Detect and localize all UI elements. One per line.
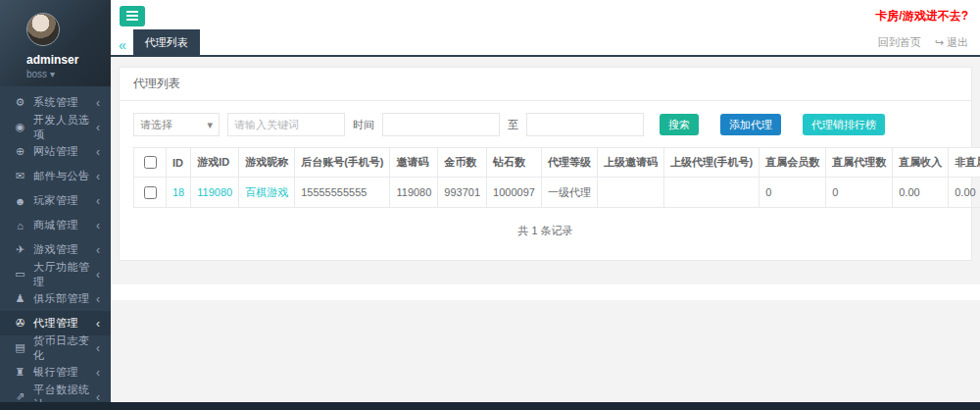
header-indirect-income: 非直属收入: [949, 148, 980, 178]
logout-link[interactable]: ↪ 退出: [935, 35, 968, 50]
select-all-checkbox[interactable]: [144, 156, 157, 169]
paper-plane-icon: ✈: [13, 243, 27, 256]
filter-select-value: 请选择: [140, 118, 172, 132]
search-button[interactable]: 搜索: [660, 114, 699, 135]
cell-direct-income: 0.00: [893, 178, 949, 208]
empty-footer-panel: [111, 284, 980, 300]
chevron-down-icon: ▾: [50, 69, 55, 79]
sidebar-item-label: 邮件与公告: [33, 169, 96, 183]
chevron-left-icon: ‹: [96, 268, 100, 282]
table-header-row: ID 游戏ID 游戏昵称 后台账号(手机号) 邀请码 金币数 钻石数 代理等级 …: [134, 148, 980, 178]
menu-toggle-button[interactable]: [120, 6, 145, 26]
add-agent-button[interactable]: 添加代理: [720, 114, 781, 135]
agent-rank-button[interactable]: 代理销排行榜: [803, 114, 885, 135]
cell-gold: 993701: [438, 178, 487, 208]
cell-diamond: 1000097: [487, 178, 542, 208]
sidebar-item-club[interactable]: ♟ 俱乐部管理 ‹: [0, 286, 111, 311]
header-direct-agents: 直属代理数: [826, 148, 893, 178]
eye-icon: ◉: [13, 121, 27, 133]
sidebar-item-agent[interactable]: ✇ 代理管理 ‹: [0, 311, 111, 335]
time-to-input[interactable]: [526, 113, 644, 136]
header-invite-code: 邀请码: [390, 148, 438, 178]
filter-select[interactable]: 请选择 ▾: [133, 113, 220, 136]
sidebar-item-mail-announcements[interactable]: ✉ 邮件与公告 ‹: [0, 164, 111, 188]
avatar[interactable]: [26, 13, 60, 46]
sidebar-item-games[interactable]: ✈ 游戏管理 ‹: [0, 237, 111, 262]
topbar-alert-link[interactable]: 卡房/游戏进不去?: [875, 8, 968, 25]
chevron-left-icon: ‹: [96, 366, 100, 380]
sidebar-item-players[interactable]: ☻ 玩家管理 ‹: [0, 188, 111, 213]
header-parent-agent: 上级代理(手机号): [663, 148, 759, 178]
sidebar-item-label: 系统管理: [33, 95, 96, 110]
topbar: 卡房/游戏进不去?: [111, 0, 980, 31]
sidebar-item-dev-options[interactable]: ◉ 开发人员选项 ‹: [0, 115, 111, 139]
tabbar: « 代理列表 回到首页 ↪ 退出: [111, 31, 980, 57]
page-bottom-bar: [0, 402, 980, 410]
sidebar-item-label: 玩家管理: [33, 193, 96, 208]
cell-invite-code: 119080: [390, 178, 438, 208]
chevron-left-icon: ‹: [96, 292, 100, 306]
sidebar-item-label: 代理管理: [33, 316, 96, 331]
sidebar-item-currency-log[interactable]: ▤ 货币日志变化 ‹: [0, 335, 111, 360]
chevron-left-icon: ‹: [96, 243, 100, 257]
header-gold: 金币数: [438, 148, 487, 178]
bank-icon: ♜: [13, 366, 27, 379]
page-area: 代理列表 请选择 ▾ 时间 至 搜索 添加代理 代理: [111, 57, 980, 410]
sidebar-item-label: 网站管理: [33, 144, 96, 159]
chevron-left-icon: ‹: [96, 194, 100, 208]
user-icon: ☻: [13, 195, 27, 207]
header-id: ID: [167, 148, 191, 178]
user-role-dropdown[interactable]: boss ▾: [26, 69, 111, 79]
home-link[interactable]: 回到首页: [878, 35, 921, 50]
header-direct-income: 直属收入: [893, 148, 949, 178]
tab-agent-list[interactable]: 代理列表: [133, 29, 200, 55]
user-name: adminser: [26, 53, 111, 67]
cell-indirect-income: 0.00: [949, 178, 980, 208]
tabs-collapse-icon[interactable]: «: [119, 38, 126, 52]
time-from-input[interactable]: [382, 113, 500, 136]
row-checkbox[interactable]: [144, 186, 157, 199]
chevron-left-icon: ‹: [96, 317, 100, 331]
cell-id: 18: [167, 178, 191, 208]
cell-parent-invite: [597, 178, 663, 208]
sidebar-item-mall[interactable]: ⌂ 商城管理 ‹: [0, 213, 111, 237]
header-account: 后台账号(手机号): [295, 148, 390, 178]
sidebar-item-label: 货币日志变化: [33, 333, 96, 363]
cell-direct-agents: 0: [826, 178, 893, 208]
sidebar-item-lobby-functions[interactable]: ▭ 大厅功能管理 ‹: [0, 262, 111, 286]
app-root: adminser boss ▾ ⚙ 系统管理 ‹ ◉ 开发人员选项 ‹ ⊕ 网站…: [0, 0, 980, 410]
chevron-left-icon: ‹: [96, 121, 100, 134]
sidebar-item-label: 游戏管理: [33, 242, 96, 257]
user-profile: adminser boss ▾: [0, 0, 111, 86]
keyword-input[interactable]: [227, 113, 345, 136]
lock-icon: ✇: [13, 317, 27, 330]
desktop-icon: ▭: [13, 268, 27, 281]
header-parent-invite: 上级邀请码: [597, 148, 663, 178]
sidebar-menu: ⚙ 系统管理 ‹ ◉ 开发人员选项 ‹ ⊕ 网站管理 ‹ ✉ 邮件与公告 ‹ ☻: [0, 86, 111, 409]
logout-label: 退出: [947, 36, 968, 48]
sidebar-item-bank[interactable]: ♜ 银行管理 ‹: [0, 360, 111, 384]
chevron-left-icon: ‹: [96, 219, 100, 232]
cell-account: 15555555555: [295, 178, 390, 208]
sidebar-item-website[interactable]: ⊕ 网站管理 ‹: [0, 139, 111, 164]
to-label: 至: [508, 118, 518, 132]
sidebar: adminser boss ▾ ⚙ 系统管理 ‹ ◉ 开发人员选项 ‹ ⊕ 网站…: [0, 0, 111, 410]
header-agent-level: 代理等级: [541, 148, 597, 178]
cell-direct-members: 0: [760, 178, 826, 208]
chevron-left-icon: ‹: [96, 96, 100, 110]
header-game-id: 游戏ID: [191, 148, 239, 178]
chevron-left-icon: ‹: [96, 341, 100, 355]
cell-agent-level: 一级代理: [541, 178, 597, 208]
agent-list-panel: 代理列表 请选择 ▾ 时间 至 搜索 添加代理 代理: [119, 67, 972, 261]
bell-icon: ✉: [13, 170, 27, 182]
shopping-cart-icon: ⌂: [13, 220, 27, 231]
chevron-left-icon: ‹: [96, 145, 100, 159]
table-row: 18 119080 百棋游戏 15555555555 119080 993701…: [134, 178, 980, 208]
cell-game-nickname: 百棋游戏: [239, 178, 295, 208]
sidebar-item-system[interactable]: ⚙ 系统管理 ‹: [0, 90, 111, 115]
record-count: 共 1 条记录: [133, 208, 957, 260]
sidebar-item-label: 商城管理: [33, 218, 96, 232]
cogs-icon: ⚙: [13, 96, 27, 109]
calendar-icon: ▤: [13, 341, 27, 354]
cell-game-id: 119080: [191, 178, 239, 208]
